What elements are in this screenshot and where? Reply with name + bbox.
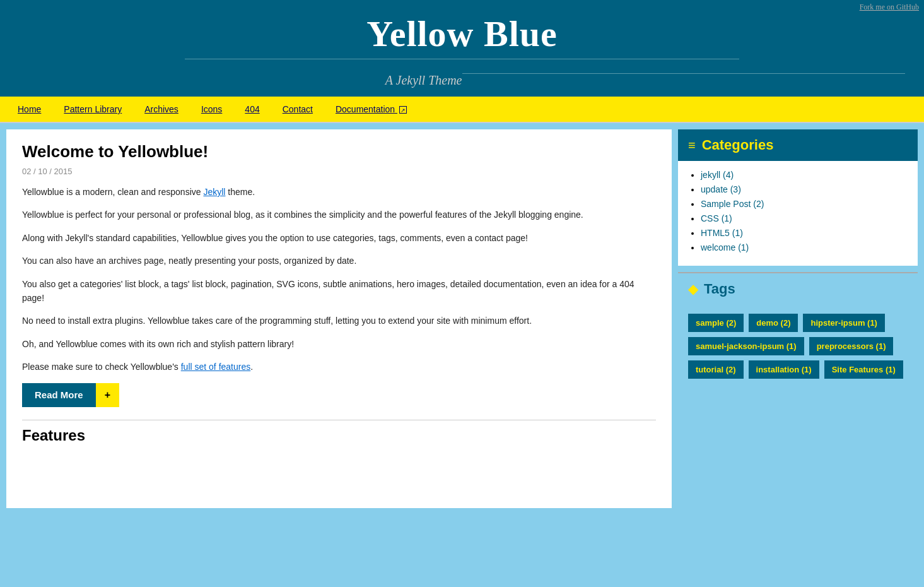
nav-bar: Home Pattern Library Archives Icons 404 … <box>0 97 924 123</box>
categories-list: jekyll (4) update (3) Sample Post (2) CS… <box>688 170 908 253</box>
fork-me-text: Fork me on GitHub <box>860 3 919 11</box>
site-title: Yellow Blue <box>0 13 924 55</box>
tag-button-sample[interactable]: sample (2) <box>688 314 744 332</box>
post-title: Welcome to Yellowblue! <box>22 142 656 162</box>
list-item: Sample Post (2) <box>701 199 908 210</box>
nav-item-archives: Archives <box>133 97 190 122</box>
post-paragraph-link: Please make sure to check Yellowblue's f… <box>22 360 656 374</box>
category-link-sample-post[interactable]: Sample Post (2) <box>701 199 764 209</box>
header-divider <box>185 59 739 59</box>
tag-button-hipster-ipsum[interactable]: hipster-ipsum (1) <box>803 314 884 332</box>
post-paragraph-2: Yellowblue is perfect for your personal … <box>22 208 656 222</box>
nav-link-archives[interactable]: Archives <box>133 97 190 122</box>
post-body: Yellowblue is a modern, clean and respon… <box>22 185 656 374</box>
post-paragraph-5: You also get a categories' list block, a… <box>22 277 656 305</box>
nav-link-pattern-library[interactable]: Pattern Library <box>52 97 133 122</box>
nav-link-home[interactable]: Home <box>6 97 52 122</box>
nav-item-contact: Contact <box>271 97 324 122</box>
category-link-jekyll[interactable]: jekyll (4) <box>701 170 734 180</box>
nav-item-pattern-library: Pattern Library <box>52 97 133 122</box>
tags-widget: ◆ Tags sample (2) demo (2) hipster-ipsum… <box>678 272 918 388</box>
post-date: 02 / 10 / 2015 <box>22 167 656 176</box>
nav-item-documentation: Documentation ↗ <box>324 97 418 122</box>
features-link[interactable]: full set of features <box>181 362 251 372</box>
read-more-button[interactable]: Read More <box>22 383 96 407</box>
nav-link-documentation[interactable]: Documentation ↗ <box>324 97 418 122</box>
post-paragraph-6: No need to install extra plugins. Yellow… <box>22 314 656 328</box>
tag-button-preprocessors[interactable]: preprocessors (1) <box>809 337 894 355</box>
categories-title: Categories <box>702 137 774 153</box>
nav-link-contact[interactable]: Contact <box>271 97 324 122</box>
tags-widget-header: ◆ Tags <box>678 272 918 305</box>
category-link-css[interactable]: CSS (1) <box>701 213 732 223</box>
list-item: HTML5 (1) <box>701 228 908 239</box>
tag-button-samuel-jackson-ipsum[interactable]: samuel-jackson-ipsum (1) <box>688 337 804 355</box>
nav-item-404: 404 <box>233 97 271 122</box>
subtitle-area: A Jekyll Theme <box>0 69 924 97</box>
categories-widget-body: jekyll (4) update (3) Sample Post (2) CS… <box>678 161 918 266</box>
post-paragraph-1: Yellowblue is a modern, clean and respon… <box>22 185 656 199</box>
list-item: welcome (1) <box>701 242 908 253</box>
post-paragraph-3: Along with Jekyll's standard capabilitie… <box>22 231 656 245</box>
jekyll-link[interactable]: Jekyll <box>203 187 225 197</box>
tags-title: Tags <box>704 281 735 297</box>
list-item: update (3) <box>701 184 908 195</box>
category-link-update[interactable]: update (3) <box>701 184 741 194</box>
next-post-title: Features <box>22 427 656 444</box>
external-link-icon: ↗ <box>399 106 407 114</box>
fork-me-link[interactable]: Fork me on GitHub <box>855 0 924 15</box>
tags-widget-body: sample (2) demo (2) hipster-ipsum (1) sa… <box>678 305 918 388</box>
categories-widget: ≡ Categories jekyll (4) update (3) Sampl… <box>678 129 918 266</box>
site-subtitle: A Jekyll Theme <box>385 73 462 87</box>
nav-link-icons[interactable]: Icons <box>190 97 233 122</box>
tag-icon: ◆ <box>688 282 698 297</box>
post-divider <box>22 420 656 420</box>
categories-icon: ≡ <box>688 138 696 153</box>
category-link-html5[interactable]: HTML5 (1) <box>701 228 743 238</box>
nav-link-404[interactable]: 404 <box>233 97 271 122</box>
list-item: CSS (1) <box>701 213 908 224</box>
category-link-welcome[interactable]: welcome (1) <box>701 242 749 252</box>
tag-button-installation[interactable]: installation (1) <box>749 360 819 379</box>
tag-button-tutorial[interactable]: tutorial (2) <box>688 360 744 379</box>
header: Fork me on GitHub Yellow Blue A Jekyll T… <box>0 0 924 97</box>
tag-button-site-features[interactable]: Site Features (1) <box>824 360 903 379</box>
read-more-group: Read More + <box>22 383 656 407</box>
read-more-plus-button[interactable]: + <box>96 383 119 407</box>
nav-list: Home Pattern Library Archives Icons 404 … <box>6 97 918 122</box>
nav-item-icons: Icons <box>190 97 233 122</box>
list-item: jekyll (4) <box>701 170 908 181</box>
categories-widget-header: ≡ Categories <box>678 129 918 161</box>
content-area: Welcome to Yellowblue! 02 / 10 / 2015 Ye… <box>6 129 672 508</box>
header-title-area: Yellow Blue <box>0 0 924 69</box>
post-paragraph-7: Oh, and Yellowblue comes with its own ri… <box>22 337 656 351</box>
post-article: Welcome to Yellowblue! 02 / 10 / 2015 Ye… <box>22 142 656 407</box>
main-layout: Welcome to Yellowblue! 02 / 10 / 2015 Ye… <box>0 123 924 514</box>
post-paragraph-4: You can also have an archives page, neat… <box>22 254 656 268</box>
sidebar: ≡ Categories jekyll (4) update (3) Sampl… <box>678 129 918 394</box>
tag-button-demo[interactable]: demo (2) <box>749 314 798 332</box>
nav-item-home: Home <box>6 97 52 122</box>
header-divider2 <box>462 73 906 74</box>
